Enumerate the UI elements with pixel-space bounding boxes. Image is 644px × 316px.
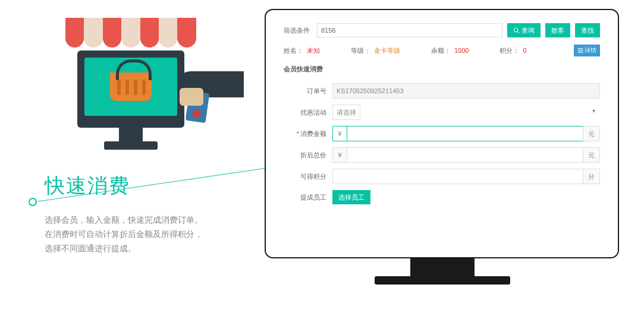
detail-button-label: 详情 <box>585 46 596 55</box>
guest-button[interactable]: 散客 <box>545 23 570 37</box>
level-value: 金卡等级 <box>374 46 400 55</box>
monitor-stand-icon <box>410 258 475 279</box>
order-input <box>332 83 600 99</box>
search-icon <box>513 27 520 34</box>
balance-value: 1000 <box>454 47 469 54</box>
balance-label: 余额： <box>431 46 451 55</box>
shop-illustration <box>54 12 208 154</box>
awning-icon <box>65 18 196 53</box>
discounted-row: 折后总价 ¥ 元 <box>284 147 600 163</box>
select-staff-label: 选择员工 <box>338 193 365 202</box>
search-button[interactable]: 查询 <box>507 23 541 37</box>
amount-suffix: 元 <box>583 126 600 141</box>
hand-icon <box>180 88 203 106</box>
app-screen: 筛选条件 查询 散客 查找 姓名： 未知 等级： 金卡等级 余额： 1000 积… <box>266 10 618 223</box>
feature-description: 选择会员，输入金额，快速完成消费订单。 在消费时可自动计算折后金额及所得积分， … <box>45 213 203 255</box>
desc-line: 在消费时可自动计算折后金额及所得积分， <box>45 227 203 241</box>
list-icon <box>577 48 583 53</box>
earn-points-label: 可得积分 <box>284 172 332 181</box>
desc-line: 选择会员，输入金额，快速完成消费订单。 <box>45 213 203 227</box>
order-row: 订单号 <box>284 83 600 99</box>
search-button-label: 查询 <box>522 26 535 35</box>
svg-rect-2 <box>578 50 583 50</box>
order-label: 订单号 <box>284 87 332 96</box>
member-info-row: 姓名： 未知 等级： 金卡等级 余额： 1000 积分： 0 详情 <box>284 45 600 56</box>
name-label: 姓名： <box>284 46 303 55</box>
points-value: 0 <box>523 47 526 54</box>
monitor-frame: 筛选条件 查询 散客 查找 姓名： 未知 等级： 金卡等级 余额： 1000 积… <box>265 9 619 258</box>
discounted-suffix: 元 <box>583 147 600 163</box>
detail-button[interactable]: 详情 <box>574 45 600 56</box>
staff-row: 提成员工 选择员工 <box>284 190 600 204</box>
basket-icon <box>110 72 152 101</box>
points-input[interactable] <box>332 169 583 184</box>
svg-rect-3 <box>578 52 583 53</box>
staff-label: 提成员工 <box>284 193 332 202</box>
select-staff-button[interactable]: 选择员工 <box>332 190 370 204</box>
promo-select[interactable]: 请选择 <box>332 105 360 120</box>
feature-title: 快速消费 <box>45 172 130 200</box>
filter-bar: 筛选条件 查询 散客 查找 <box>284 23 600 37</box>
name-value: 未知 <box>307 46 320 55</box>
promo-label: 优惠活动 <box>284 108 332 117</box>
points-label: 积分： <box>500 46 519 55</box>
desc-line: 选择不同圆通进行提成。 <box>45 241 203 255</box>
discounted-input[interactable] <box>347 147 583 163</box>
points-suffix: 分 <box>583 169 600 184</box>
currency-prefix: ¥ <box>332 126 347 141</box>
currency-prefix: ¥ <box>332 147 347 163</box>
find-button-label: 查找 <box>581 26 594 35</box>
guest-button-label: 散客 <box>551 26 564 35</box>
points-row: 可得积分 分 <box>284 169 600 184</box>
level-label: 等级： <box>351 46 370 55</box>
amount-label: *消费金额 <box>284 129 332 138</box>
amount-row: *消费金额 ¥ 元 <box>284 126 600 141</box>
promo-row: 优惠活动 请选择 <box>284 105 600 120</box>
filter-label: 筛选条件 <box>284 26 312 35</box>
discounted-label: 折后总价 <box>284 151 332 160</box>
feature-illustration <box>36 12 226 154</box>
amount-input[interactable] <box>347 126 583 141</box>
find-button[interactable]: 查找 <box>575 23 600 37</box>
shop-monitor-icon <box>77 50 184 128</box>
filter-input[interactable] <box>317 23 502 37</box>
connector-dot-icon <box>29 198 37 206</box>
section-title: 会员快速消费 <box>284 65 600 74</box>
svg-rect-1 <box>578 48 583 49</box>
